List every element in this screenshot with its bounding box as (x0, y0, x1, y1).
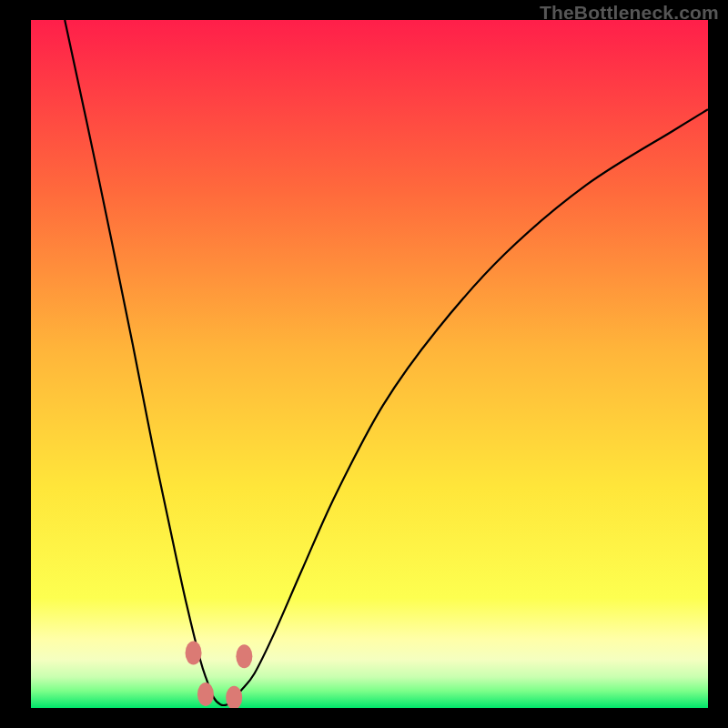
curve-marker (197, 682, 214, 706)
plot-svg (31, 20, 708, 708)
heat-gradient (31, 20, 708, 708)
chart-frame: TheBottleneck.com (0, 0, 728, 728)
plot-area (31, 20, 708, 708)
curve-marker (186, 642, 202, 665)
curve-marker (236, 644, 252, 668)
watermark-text: TheBottleneck.com (540, 2, 719, 24)
